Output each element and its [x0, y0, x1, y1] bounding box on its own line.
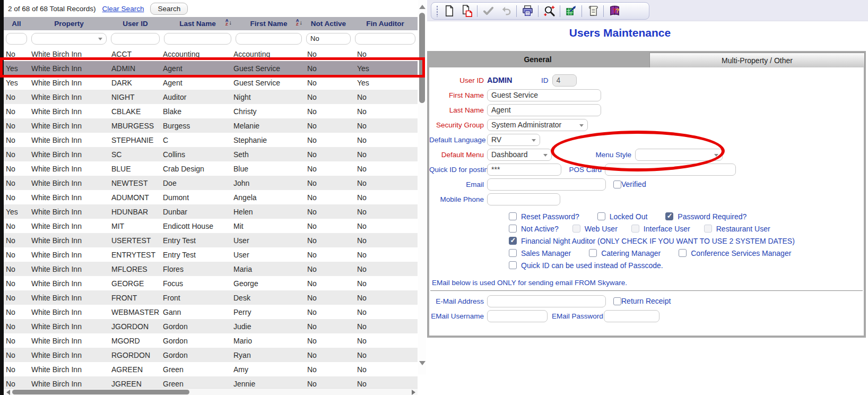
clear-search-link[interactable]: Clear Search — [102, 5, 144, 13]
filter-fin-auditor-input[interactable] — [355, 33, 415, 45]
last-name-field[interactable] — [487, 104, 601, 116]
horizontal-scrollbar[interactable] — [4, 388, 418, 395]
print-icon[interactable] — [520, 4, 534, 18]
table-row[interactable]: NoWhite Birch InnMBURGESSBurgessMelanieN… — [4, 118, 418, 133]
table-row[interactable]: NoWhite Birch InnJGORDONGordonJudieNoNo — [4, 319, 418, 333]
sort-az-icon[interactable]: AZ ↓ — [225, 19, 232, 26]
table-row[interactable]: YesWhite Birch InnHDUNBARDunbarHelenNoNo — [4, 204, 418, 219]
email-address-field[interactable] — [487, 295, 606, 307]
new-document-icon[interactable] — [442, 4, 456, 18]
table-row[interactable]: NoWhite Birch InnSTEPHANIECStephanieNoNo — [4, 133, 418, 147]
filter-all-input[interactable] — [6, 33, 27, 45]
quick-id-field[interactable] — [487, 164, 561, 176]
vertical-scrollbar[interactable] — [418, 0, 426, 374]
column-header-first-name[interactable]: First Name AZ ↓ — [233, 17, 304, 30]
table-row[interactable]: NoWhite Birch InnACCTAccountingAccountin… — [4, 47, 418, 61]
sort-az-icon[interactable]: AZ ↓ — [296, 19, 302, 26]
pos-card-field[interactable] — [605, 164, 736, 176]
cell-fin-auditor: No — [353, 290, 418, 305]
filter-first-name-input[interactable] — [236, 33, 302, 45]
cell-first-name: Helen — [233, 204, 304, 219]
filter-property-combobox[interactable] — [31, 33, 107, 45]
table-row[interactable]: NoWhite Birch InnMFLORESFloresMariaNoNo — [4, 262, 418, 276]
process-grid-icon[interactable] — [564, 4, 578, 18]
audit-scroll-icon[interactable] — [586, 4, 600, 18]
cell-all: No — [4, 362, 29, 376]
cell-not-active: No — [304, 348, 353, 362]
verified-checkbox[interactable] — [613, 181, 621, 188]
security-group-select[interactable]: System Administrator — [487, 119, 588, 131]
search-button[interactable]: Search — [150, 3, 188, 15]
locked-out-checkbox[interactable] — [597, 212, 605, 220]
conference-services-manager-checkbox[interactable] — [679, 249, 687, 257]
tab-general[interactable]: General — [427, 51, 648, 67]
cell-not-active: No — [304, 190, 353, 204]
filter-not-active-input[interactable] — [306, 33, 351, 45]
cell-user-id: MBURGESS — [109, 118, 162, 133]
reset-password-checkbox[interactable] — [509, 212, 517, 220]
email-field[interactable] — [487, 178, 606, 191]
default-menu-select[interactable]: Dashboard — [487, 149, 552, 161]
sales-manager-checkbox[interactable] — [509, 249, 517, 257]
table-row[interactable]: NoWhite Birch InnAGREENGreenAmyNoNo — [4, 362, 418, 376]
cell-last-name: Front — [162, 290, 233, 305]
not-active-checkbox[interactable] — [509, 225, 517, 233]
scroll-right-arrow[interactable] — [412, 390, 415, 395]
quick-id-passcode-checkbox[interactable] — [509, 261, 517, 269]
cell-first-name: Maria — [233, 262, 304, 276]
table-row[interactable]: NoWhite Birch InnADUMONTDumontAngelaNoNo — [4, 190, 418, 204]
default-language-select[interactable]: RV — [487, 134, 540, 146]
table-row[interactable]: NoWhite Birch InnUSERTESTEntry TestUserN… — [4, 233, 418, 247]
filter-user-id-input[interactable] — [111, 33, 160, 45]
vertical-scrollbar-thumb[interactable] — [419, 13, 425, 103]
cell-first-name: Christy — [233, 104, 304, 118]
first-name-field[interactable] — [487, 89, 601, 101]
table-row[interactable]: NoWhite Birch InnBLUECrab DesignBlueNoNo — [4, 161, 418, 176]
table-row[interactable]: NoWhite Birch InnWEBMASTERGannPerryNoNo — [4, 305, 418, 319]
return-receipt-checkbox[interactable] — [613, 297, 621, 305]
table-row[interactable]: NoWhite Birch InnNEWTESTDoeJohnNoNo — [4, 176, 418, 190]
filter-last-name-input[interactable] — [164, 33, 231, 45]
column-header-last-name[interactable]: Last Name AZ ↓ — [162, 17, 233, 30]
table-row[interactable]: NoWhite Birch InnMGORDGordonMarioNoNo — [4, 333, 418, 348]
table-row[interactable]: NoWhite Birch InnCBLAKEBlakeChristyNoNo — [4, 104, 418, 118]
table-row[interactable]: NoWhite Birch InnRGORDONGordonRyanNoNo — [4, 348, 418, 362]
scroll-up-arrow[interactable] — [419, 5, 426, 9]
horizontal-scrollbar-thumb[interactable] — [12, 390, 189, 394]
toolbar-separator — [477, 5, 478, 17]
cell-all: No — [4, 262, 29, 276]
user-list-panel: 2 of 68 of 68 Total Records) Clear Searc… — [4, 0, 418, 395]
table-row[interactable]: NoWhite Birch InnENTRYTESTEntry TestUser… — [4, 247, 418, 262]
cell-last-name: Entry Test — [162, 233, 233, 247]
cell-not-active: No — [304, 104, 353, 118]
email-password-field[interactable] — [604, 310, 659, 322]
toolbar-grip-handle[interactable] — [436, 5, 438, 17]
menu-style-select[interactable] — [635, 149, 723, 161]
cell-first-name: Guest Service — [233, 75, 304, 90]
table-row[interactable]: YesWhite Birch InnDARKAgentGuest Service… — [4, 75, 418, 90]
help-book-icon[interactable]: ?? — [607, 4, 621, 18]
table-row[interactable]: YesWhite Birch InnADMINAgentGuest Servic… — [4, 61, 418, 75]
tab-multi-property-other[interactable]: Multi-Property / Other — [649, 53, 865, 67]
catering-manager-checkbox[interactable] — [589, 249, 597, 257]
scroll-down-arrow[interactable] — [419, 361, 426, 365]
table-row[interactable]: NoWhite Birch InnSCCollinsSethNoNo — [4, 147, 418, 161]
cell-user-id: AGREEN — [109, 362, 162, 376]
scroll-left-arrow[interactable] — [6, 390, 10, 395]
cell-fin-auditor: Yes — [353, 61, 418, 75]
filter-property-input[interactable] — [31, 33, 107, 45]
table-row[interactable]: NoWhite Birch InnFRONTFrontDeskNoNo — [4, 290, 418, 305]
mobile-phone-field[interactable] — [487, 193, 560, 205]
table-row[interactable]: NoWhite Birch InnGEORGEFocusGeorgeNoNo — [4, 276, 418, 290]
cell-not-active: No — [304, 233, 353, 247]
email-username-field[interactable] — [487, 310, 548, 322]
delete-document-icon[interactable] — [459, 4, 473, 18]
financial-night-auditor-checkbox[interactable] — [509, 237, 517, 245]
zoom-search-icon[interactable] — [542, 4, 556, 18]
save-check-icon — [481, 4, 495, 18]
table-row[interactable]: NoWhite Birch InnMITEndicott HouseMitNoN… — [4, 219, 418, 233]
table-row[interactable]: NoWhite Birch InnNIGHTAuditorNightNoNo — [4, 90, 418, 104]
password-required-checkbox[interactable] — [665, 212, 673, 220]
cell-not-active: No — [304, 362, 353, 376]
cell-last-name: Blake — [162, 104, 233, 118]
